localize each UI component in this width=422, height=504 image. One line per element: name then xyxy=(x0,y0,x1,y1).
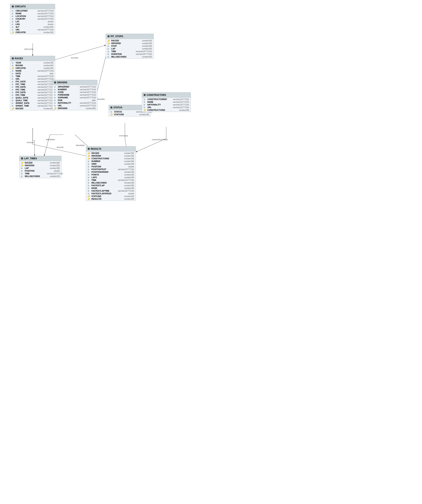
label-raceid-pitstops: RACEID xyxy=(71,57,78,59)
field-icon: ⊞ xyxy=(21,167,24,169)
constructors-table: ⊞ CONSTRUCTORS ⊞CONSTRUCTORREFvarchar(16… xyxy=(142,92,191,112)
fk-icon: 🔑 xyxy=(21,164,24,167)
table-row: ⊞NUMBERnumber(38) xyxy=(86,160,136,162)
table-row: ⊞CIRCUITREFvarchar(16777216) xyxy=(10,9,55,12)
label-statusid-results: STATUSID xyxy=(119,135,128,137)
table-row: ⊞FP2_DATEvarchar(16777216) xyxy=(10,86,55,88)
table-row: ⊞NAMEvarchar(16777216) xyxy=(142,101,191,103)
table-row: ⊞FP1_TIMEvarchar(16777216) xyxy=(10,83,55,86)
field-icon: ⊞ xyxy=(54,102,57,104)
field-icon: ⊞ xyxy=(12,83,15,85)
fk-icon: 🔑 xyxy=(107,42,111,44)
table-row: ⊞LATdouble xyxy=(10,20,55,23)
circuits-title: CIRCUITS xyxy=(15,5,26,8)
pit-stops-body: 🔑RACEIDnumber(38) 🔑DRIVERIDnumber(38) ⊞S… xyxy=(106,39,153,59)
table-row: ⊞RANKnumber(38) xyxy=(86,187,136,190)
table-row: ⊞DRIVERREFvarchar(16777216) xyxy=(53,85,97,88)
races-table-icon: ⊞ xyxy=(12,57,14,60)
constructors-header: ⊞ CONSTRUCTORS xyxy=(142,93,191,97)
pk-icon: 🔑 xyxy=(110,114,113,116)
field-icon: ⊞ xyxy=(12,86,15,88)
table-row: 🔑RACEIDnumber(38) xyxy=(106,39,153,42)
table-row: ⊞POSITIONdouble xyxy=(86,165,136,168)
field-icon: ⊞ xyxy=(12,26,15,28)
field-icon: ⊞ xyxy=(12,97,15,99)
table-row: ⊞MILLISECONDSnumber(38) xyxy=(106,55,153,58)
label-circuitid-races: CIRCUITID xyxy=(24,48,33,50)
lap-times-body: 🔑RACEIDnumber(38) 🔑DRIVERIDnumber(38) ⊞L… xyxy=(19,161,61,178)
results-body: 🔑RACEIDnumber(38) 🔑DRIVERIDnumber(38) 🔑C… xyxy=(86,151,136,201)
fk-icon: 🔑 xyxy=(88,195,91,197)
field-icon: ⊞ xyxy=(144,101,147,103)
lap-times-table: ⊞ LAP_TIMES 🔑RACEIDnumber(38) 🔑DRIVERIDn… xyxy=(19,156,61,178)
table-row: ⊞YEARnumber(38) xyxy=(10,61,55,64)
field-icon: ⊞ xyxy=(21,170,24,172)
svg-line-1 xyxy=(55,45,106,60)
field-icon: ⊞ xyxy=(12,72,15,75)
fk-icon: 🔑 xyxy=(88,152,91,154)
races-header: ⊞ RACES xyxy=(10,56,55,61)
field-icon: ⊞ xyxy=(54,94,57,96)
table-row: ⊞GRIDnumber(38) xyxy=(86,162,136,165)
table-row: ⊞CONSTRUCTORREFvarchar(16777216) xyxy=(142,98,191,101)
table-row: ⊞FP1_DATEvarchar(16777216) xyxy=(10,80,55,83)
circuits-table: ⊞ CIRCUITS ⊞CIRCUITREFvarchar(16777216) … xyxy=(10,4,55,34)
circuits-body: ⊞CIRCUITREFvarchar(16777216) ⊞NAMEvarcha… xyxy=(10,9,55,34)
drivers-table: ⊞ DRIVERS ⊞DRIVERREFvarchar(16777216) ⊞N… xyxy=(52,80,97,110)
pk-icon: 🔑 xyxy=(12,108,15,110)
table-row: ⊞DURATIONvarchar(16777216) xyxy=(106,53,153,55)
fk-icon: 🔑 xyxy=(107,40,111,42)
table-row: ⊞QUALI_TIMEvarchar(16777216) xyxy=(10,99,55,102)
table-row: ⊞LAPSnumber(38) xyxy=(86,176,136,179)
table-row: 🔑RACEIDnumber(38) xyxy=(86,152,136,155)
table-row: ⊞POSITIONORDERnumber(38) xyxy=(86,171,136,173)
field-icon: ⊞ xyxy=(12,70,15,72)
field-icon: ⊞ xyxy=(107,56,111,58)
table-row: ⊞COUNTRYvarchar(16777216) xyxy=(10,18,55,20)
table-row: ⊞TIMEvarchar(16777216) xyxy=(86,179,136,181)
field-icon: ⊞ xyxy=(12,12,15,15)
table-row: ⊞URLvarchar(16777216) xyxy=(142,106,191,109)
results-table-icon: ⊞ xyxy=(88,147,90,150)
status-table-icon: ⊞ xyxy=(110,106,112,109)
label-constructorid-results: CONSTRUCTORID xyxy=(152,138,168,141)
table-row: ⊞DOBdate xyxy=(53,99,97,102)
field-icon: ⊞ xyxy=(12,89,15,91)
label-driverid-laptimes: DRIVERID xyxy=(46,138,55,141)
results-table: ⊞ RESULTS 🔑RACEIDnumber(38) 🔑DRIVERIDnum… xyxy=(86,146,136,201)
table-row: 🔑CIRCUITIDnumber(38) xyxy=(10,31,55,34)
field-icon: ⊞ xyxy=(12,62,15,64)
field-icon: ⊞ xyxy=(54,99,57,101)
field-icon: ⊞ xyxy=(12,91,15,94)
table-row: 🔑DRIVERIDnumber(38) xyxy=(106,42,153,45)
table-row: ⊞QUALI_DATEvarchar(16777216) xyxy=(10,96,55,99)
table-row: ⊞SURNAMEvarchar(16777216) xyxy=(53,96,97,99)
field-icon: ⊞ xyxy=(12,75,15,77)
races-body: ⊞YEARnumber(38) ⊞ROUNDnumber(38) 🔑CIRCUI… xyxy=(10,61,55,110)
field-icon: ⊞ xyxy=(12,105,15,107)
connections-svg xyxy=(0,0,192,252)
table-row: ⊞FASTESTLAPnumber(38) xyxy=(86,184,136,187)
field-icon: ⊞ xyxy=(88,192,91,195)
pk-icon: 🔑 xyxy=(54,107,57,109)
table-row: ⊞MILLISECONDSnumber(38) xyxy=(19,175,61,178)
label-raceid-laptimes: RACEID xyxy=(27,141,34,144)
field-icon: ⊞ xyxy=(12,15,15,17)
field-icon: ⊞ xyxy=(54,96,57,99)
table-row: ⊞STOPnumber(38) xyxy=(106,45,153,47)
pit-stops-table-icon: ⊞ xyxy=(107,35,110,38)
table-row: ⊞NATIONALITYvarchar(16777216) xyxy=(142,103,191,106)
table-row: 🔑DRIVERIDnumber(38) xyxy=(86,155,136,157)
field-icon: ⊞ xyxy=(144,106,147,108)
table-row: ⊞NATIONALITYvarchar(16777216) xyxy=(53,102,97,104)
drivers-table-icon: ⊞ xyxy=(54,81,56,84)
label-raceid-results: RACEID xyxy=(57,146,64,148)
field-icon: ⊞ xyxy=(88,174,91,176)
field-icon: ⊞ xyxy=(88,182,91,184)
table-row: ⊞LNGdouble xyxy=(10,23,55,26)
table-row: ⊞LAPnumber(38) xyxy=(19,167,61,169)
pk-icon: 🔑 xyxy=(88,198,91,200)
table-row: ⊞MILLISECONDSnumber(38) xyxy=(86,181,136,184)
drivers-body: ⊞DRIVERREFvarchar(16777216) ⊞NUMBERvarch… xyxy=(53,85,97,110)
table-row: ⊞FP3_DATEvarchar(16777216) xyxy=(10,91,55,94)
